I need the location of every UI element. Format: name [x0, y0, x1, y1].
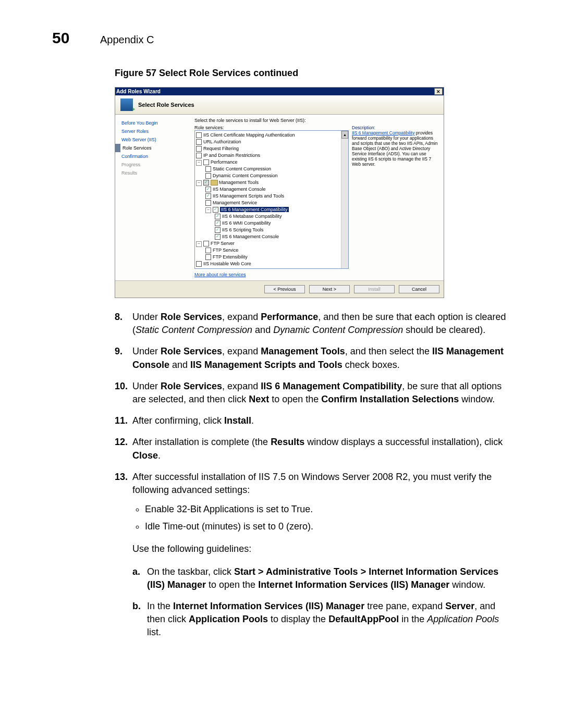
next-button[interactable]: Next > [309, 285, 350, 293]
role-services-tree[interactable]: ▲ IIS Client Certificate Mapping Authent… [194, 130, 349, 269]
page-number: 50 [52, 29, 83, 47]
install-button: Install [354, 285, 395, 293]
wizard-sidebar: Before You Begin Server Roles Web Server… [115, 115, 194, 280]
substep-a: a. On the taskbar, click Start > Adminis… [132, 565, 511, 591]
step-9: 9. Under Role Services, expand Managemen… [115, 345, 511, 371]
cancel-button[interactable]: Cancel [399, 285, 439, 293]
step-server-roles[interactable]: Server Roles [118, 127, 191, 135]
bullet-32bit: Enable 32-Bit Applications is set to Tru… [145, 503, 511, 516]
bullet-idle: Idle Time-out (minutes) is set to 0 (zer… [145, 520, 511, 533]
more-about-link[interactable]: More about role services [194, 272, 349, 277]
step-12: 12. After installation is complete (the … [115, 436, 511, 462]
page-header: 50 Appendix C [52, 29, 511, 47]
description-link[interactable]: IIS 6 Management Compatibility [352, 130, 414, 135]
step-before-you-begin[interactable]: Before You Begin [118, 119, 191, 127]
guidelines-intro: Use the following guidelines: [132, 542, 511, 556]
description-panel: Description: IIS 6 Management Compatibil… [352, 125, 440, 277]
wizard-titlebar: Add Roles Wizard ✕ [115, 88, 444, 95]
appendix-label: Appendix C [100, 34, 154, 46]
folder-icon [211, 180, 218, 186]
close-icon[interactable]: ✕ [434, 88, 443, 95]
instruction-text: 8. Under Role Services, expand Performan… [115, 311, 511, 648]
wizard-icon [120, 98, 133, 111]
add-roles-wizard: Add Roles Wizard ✕ Select Role Services … [115, 87, 444, 298]
selected-item: IIS 6 Management Compatibility [220, 207, 289, 212]
wizard-header: Select Role Services [115, 95, 444, 115]
previous-button[interactable]: < Previous [264, 285, 305, 293]
step-10: 10. Under Role Services, expand IIS 6 Ma… [115, 380, 511, 406]
step-confirmation[interactable]: Confirmation [118, 152, 191, 161]
scroll-up-icon[interactable]: ▲ [341, 131, 348, 139]
step-web-server[interactable]: Web Server (IIS) [118, 135, 191, 144]
scrollbar[interactable]: ▲ [341, 131, 348, 268]
figure-caption: Figure 57 Select Role Services continued [115, 68, 511, 79]
wizard-footer: < Previous Next > Install Cancel [115, 280, 444, 298]
wizard-title: Add Roles Wizard [116, 89, 161, 94]
step-11: 11. After confirming, click Install. [115, 414, 511, 427]
step-role-services[interactable]: Role Services [115, 144, 191, 152]
role-services-label: Role services: [194, 125, 349, 130]
wizard-header-title: Select Role Services [138, 102, 194, 108]
step-results: Results [118, 169, 191, 177]
wizard-instruction: Select the role services to install for … [194, 118, 440, 123]
substep-b: b. In the Internet Information Services … [132, 600, 511, 639]
step-progress: Progress [118, 161, 191, 169]
step-13: 13. After successful installation of IIS… [115, 471, 511, 648]
step-8: 8. Under Role Services, expand Performan… [115, 311, 511, 337]
